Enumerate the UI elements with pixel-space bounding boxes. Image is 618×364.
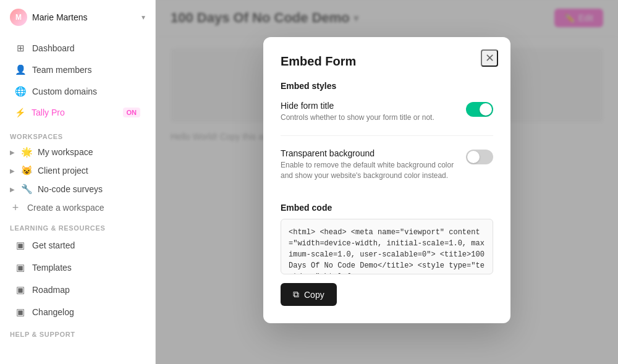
chevron-right-icon: ▶ [10, 186, 15, 193]
hide-form-title-info: Hide form title Controls whether to show… [281, 101, 456, 123]
toggle-knob [480, 103, 492, 116]
modal-title: Embed Form [281, 54, 493, 69]
hide-form-title-label: Hide form title [281, 101, 456, 111]
user-menu[interactable]: M Marie Martens ▾ [0, 0, 155, 35]
hide-form-title-toggle[interactable] [466, 102, 493, 117]
copy-button[interactable]: ⧉ Copy [281, 283, 337, 306]
sidebar-item-roadmap[interactable]: ▣ Roadmap [5, 279, 150, 300]
sidebar-item-label: Dashboard [32, 43, 75, 53]
sidebar-item-custom-domains[interactable]: 🌐 Custom domains [5, 81, 150, 102]
templates-icon: ▣ [15, 262, 26, 273]
main-content: 100 Days Of No Code Demo ▾ ✏️ Edit Hello… [156, 0, 618, 364]
changelog-icon: ▣ [15, 307, 26, 318]
embed-styles-label: Embed styles [281, 81, 493, 91]
hide-form-title-desc: Controls whether to show your form title… [281, 112, 456, 123]
workspaces-section-label: WORKSPACES [0, 125, 155, 143]
help-section-label: HELP & SUPPORT [0, 323, 155, 341]
avatar: M [10, 9, 27, 26]
sidebar-item-label: Changelog [32, 307, 74, 317]
transparent-bg-label: Transparent background [281, 148, 456, 158]
sidebar-item-no-code-surveys[interactable]: ▶ 🔧 No-code surveys [0, 180, 155, 198]
embed-code-box: <html> <head> <meta name="viewport" cont… [281, 219, 493, 274]
sidebar-item-my-workspace[interactable]: ▶ 🌟 My workspace [0, 143, 155, 161]
get-started-icon: ▣ [15, 240, 26, 251]
divider [281, 135, 493, 136]
copy-icon: ⧉ [293, 289, 299, 300]
tally-pro-badge: ON [123, 108, 141, 117]
modal-overlay[interactable]: Embed Form ✕ Embed styles Hide form titl… [156, 0, 618, 364]
learning-section-label: LEARNING & RESOURCES [0, 217, 155, 234]
sidebar-item-label: Roadmap [32, 285, 70, 295]
transparent-bg-toggle[interactable] [466, 150, 493, 164]
sidebar-item-label: Templates [32, 263, 72, 273]
transparent-bg-desc: Enable to remove the default white backg… [281, 160, 456, 181]
toggle-knob [467, 151, 480, 163]
embed-form-modal: Embed Form ✕ Embed styles Hide form titl… [263, 37, 510, 323]
chevron-down-icon: ▾ [142, 13, 145, 22]
sidebar-item-label: Get started [32, 240, 75, 250]
roadmap-icon: ▣ [15, 284, 26, 295]
tally-pro-label: Tally Pro [32, 108, 65, 117]
transparent-bg-info: Transparent background Enable to remove … [281, 148, 456, 181]
lightning-icon: ⚡ [15, 108, 25, 117]
workspace-emoji: 🔧 [21, 184, 33, 195]
hide-form-title-row: Hide form title Controls whether to show… [281, 101, 493, 123]
close-icon: ✕ [485, 51, 494, 65]
sidebar-item-label: Custom domains [32, 87, 97, 96]
sidebar-item-team-members[interactable]: 👤 Team members [5, 59, 150, 80]
create-workspace-label: Create a workspace [27, 203, 104, 213]
create-workspace-button[interactable]: + Create a workspace [0, 198, 155, 217]
workspace-label: Client project [38, 166, 88, 176]
plus-icon: + [10, 202, 21, 213]
sidebar-item-client-project[interactable]: ▶ 😺 Client project [0, 161, 155, 180]
chevron-right-icon: ▶ [10, 149, 15, 156]
sidebar: M Marie Martens ▾ ⊞ Dashboard 👤 Team mem… [0, 0, 156, 364]
sidebar-item-tally-pro[interactable]: ⚡ Tally Pro ON [5, 103, 150, 122]
workspace-emoji: 😺 [21, 165, 33, 176]
sidebar-item-label: Team members [32, 65, 91, 75]
sidebar-item-templates[interactable]: ▣ Templates [5, 257, 150, 278]
user-name: Marie Martens [32, 12, 87, 22]
globe-icon: 🌐 [15, 86, 26, 97]
dashboard-icon: ⊞ [15, 43, 26, 54]
transparent-bg-row: Transparent background Enable to remove … [281, 148, 493, 181]
chevron-right-icon: ▶ [10, 167, 15, 174]
embed-code-label: Embed code [281, 203, 493, 213]
sidebar-item-get-started[interactable]: ▣ Get started [5, 235, 150, 256]
sidebar-item-changelog[interactable]: ▣ Changelog [5, 302, 150, 323]
workspace-emoji: 🌟 [21, 146, 33, 158]
modal-close-button[interactable]: ✕ [481, 49, 498, 67]
team-icon: 👤 [15, 64, 26, 75]
sidebar-item-dashboard[interactable]: ⊞ Dashboard [5, 38, 150, 59]
copy-button-label: Copy [304, 290, 324, 300]
workspace-label: My workspace [38, 147, 93, 157]
main-nav: ⊞ Dashboard 👤 Team members 🌐 Custom doma… [0, 35, 155, 125]
workspace-label: No-code surveys [38, 184, 103, 194]
